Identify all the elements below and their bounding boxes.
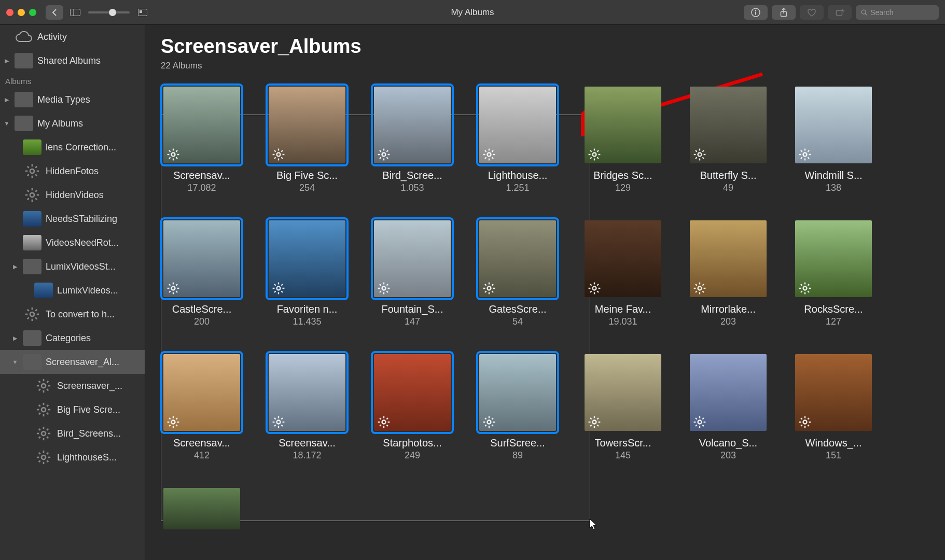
search-field[interactable] bbox=[856, 5, 939, 20]
sidebar-item[interactable]: Big Five Scre... bbox=[0, 398, 145, 422]
album-item[interactable]: Screensav... 412 bbox=[161, 354, 243, 461]
album-name: Screensav... bbox=[279, 437, 336, 449]
info-button[interactable] bbox=[744, 5, 768, 20]
thumbnail-size-slider[interactable] bbox=[88, 11, 130, 13]
album-thumbnail[interactable] bbox=[479, 87, 556, 163]
back-button[interactable] bbox=[46, 5, 63, 20]
zoom-window-button[interactable] bbox=[29, 9, 36, 16]
slider-knob[interactable] bbox=[109, 9, 116, 16]
sidebar-item[interactable]: ▼ Screensaver_Al... bbox=[0, 350, 145, 374]
album-item[interactable]: Mirrorlake... 203 bbox=[687, 220, 769, 327]
album-thumbnail[interactable] bbox=[585, 220, 661, 297]
album-item[interactable]: Starphotos... 249 bbox=[371, 354, 453, 461]
album-thumbnail[interactable] bbox=[163, 354, 240, 431]
share-button[interactable] bbox=[772, 5, 796, 20]
album-thumbnail[interactable] bbox=[163, 488, 240, 529]
svg-line-109 bbox=[492, 150, 493, 152]
svg-line-209 bbox=[169, 425, 171, 426]
album-thumbnail[interactable] bbox=[585, 87, 661, 163]
album-name: SurfScree... bbox=[490, 437, 545, 449]
svg-point-237 bbox=[593, 421, 596, 424]
album-item[interactable]: Volcano_S... 203 bbox=[687, 354, 769, 461]
sidebar-item[interactable]: lens Correction... bbox=[0, 135, 145, 159]
sidebar-item[interactable]: LumixVideos... bbox=[0, 278, 145, 302]
album-thumbnail[interactable] bbox=[374, 220, 451, 297]
album-thumbnail[interactable] bbox=[269, 87, 345, 163]
sidebar-activity[interactable]: Activity bbox=[0, 25, 145, 49]
sidebar-item[interactable]: Bird_Screens... bbox=[0, 422, 145, 445]
svg-line-154 bbox=[281, 284, 283, 286]
svg-line-198 bbox=[808, 291, 809, 292]
close-window-button[interactable] bbox=[6, 9, 13, 16]
sidebar-item[interactable]: VideosNeedRot... bbox=[0, 231, 145, 255]
album-item[interactable]: RocksScre... 127 bbox=[793, 220, 874, 327]
album-count-label: 22 Albums bbox=[161, 61, 929, 71]
album-item[interactable]: Windows_... 151 bbox=[793, 354, 874, 461]
search-input[interactable] bbox=[870, 8, 934, 17]
album-thumbnail[interactable] bbox=[795, 354, 872, 431]
album-item[interactable]: Butterfly S... 49 bbox=[687, 87, 769, 193]
sidebar-toggle-icon[interactable] bbox=[66, 5, 84, 20]
sidebar-item-label: lens Correction... bbox=[46, 142, 116, 153]
album-item[interactable]: Lighthouse... 1.251 bbox=[477, 87, 559, 193]
album-thumbnail[interactable] bbox=[795, 87, 872, 163]
album-item[interactable]: Meine Fav... 19.031 bbox=[582, 220, 664, 327]
svg-line-224 bbox=[380, 418, 381, 419]
album-item[interactable]: Screensav... 17.082 bbox=[161, 87, 243, 193]
sidebar-item[interactable]: ▶ Categories bbox=[0, 326, 145, 350]
sidebar-item[interactable]: NeedsSTabilizing bbox=[0, 207, 145, 231]
album-item[interactable]: Fountain_S... 147 bbox=[371, 220, 453, 327]
album-thumbnail[interactable] bbox=[690, 354, 767, 431]
album-thumbnail[interactable] bbox=[795, 220, 872, 297]
album-thumbnail[interactable] bbox=[163, 87, 240, 163]
favorite-button[interactable] bbox=[800, 5, 824, 20]
album-thumbnail[interactable] bbox=[479, 354, 556, 431]
sidebar-item[interactable]: LighthouseS... bbox=[0, 445, 145, 469]
sidebar-item-label: Media Types bbox=[37, 94, 90, 105]
album-item[interactable]: Big Five Sc... 254 bbox=[266, 87, 348, 193]
sidebar-item[interactable]: To convert to h... bbox=[0, 302, 145, 326]
album-thumbnail[interactable] bbox=[690, 220, 767, 297]
album-thumbnail[interactable] bbox=[585, 354, 661, 431]
disclosure-icon[interactable]: ▶ bbox=[11, 263, 19, 270]
album-item[interactable]: Favoriten n... 11.435 bbox=[266, 220, 348, 327]
svg-line-181 bbox=[597, 284, 599, 286]
disclosure-icon[interactable]: ▶ bbox=[11, 335, 19, 342]
album-thumbnail[interactable] bbox=[269, 354, 345, 431]
minimize-window-button[interactable] bbox=[18, 9, 25, 16]
rotate-button[interactable] bbox=[828, 5, 852, 20]
album-item[interactable] bbox=[161, 488, 243, 529]
svg-point-183 bbox=[698, 287, 702, 290]
sidebar-shared-albums[interactable]: ▶ Shared Albums bbox=[0, 49, 145, 73]
album-item[interactable]: Bird_Scree... 1.053 bbox=[371, 87, 453, 193]
sidebar-my-albums[interactable]: ▼ My Albums bbox=[0, 111, 145, 135]
album-item[interactable]: GatesScre... 54 bbox=[477, 220, 559, 327]
smart-album-gear-icon bbox=[166, 415, 180, 429]
album-item[interactable]: Windmill S... 138 bbox=[793, 87, 874, 193]
album-item[interactable]: Bridges Sc... 129 bbox=[582, 87, 664, 193]
album-item[interactable]: CastleScre... 200 bbox=[161, 220, 243, 327]
album-thumbnail[interactable] bbox=[479, 220, 556, 297]
sidebar-item[interactable]: HiddenVideos bbox=[0, 183, 145, 207]
svg-point-47 bbox=[41, 408, 46, 412]
sidebar-item[interactable]: Screensaver_... bbox=[0, 374, 145, 398]
sidebar-media-types[interactable]: ▶ Media Types bbox=[0, 88, 145, 111]
svg-line-234 bbox=[492, 425, 493, 426]
album-thumbnail[interactable] bbox=[163, 220, 240, 297]
disclosure-icon[interactable]: ▼ bbox=[11, 359, 19, 365]
svg-line-108 bbox=[492, 157, 493, 159]
album-thumbnail[interactable] bbox=[269, 220, 345, 297]
album-item[interactable]: TowersScr... 145 bbox=[582, 354, 664, 461]
svg-line-119 bbox=[590, 157, 592, 159]
album-name: RocksScre... bbox=[804, 303, 863, 315]
album-thumbnail[interactable] bbox=[690, 87, 767, 163]
view-mode-icon[interactable] bbox=[134, 5, 151, 20]
sidebar-item[interactable]: HiddenFotos bbox=[0, 159, 145, 183]
album-thumbnail[interactable] bbox=[374, 87, 451, 163]
sidebar-item[interactable]: ▶ LumixVideosSt... bbox=[0, 255, 145, 278]
svg-line-243 bbox=[597, 425, 599, 426]
album-item[interactable]: SurfScree... 89 bbox=[477, 354, 559, 461]
album-thumbnail[interactable] bbox=[374, 354, 451, 431]
album-item[interactable]: Screensav... 18.172 bbox=[266, 354, 348, 461]
sidebar[interactable]: Activity ▶ Shared AlbumsAlbums ▶ Media T… bbox=[0, 25, 145, 560]
